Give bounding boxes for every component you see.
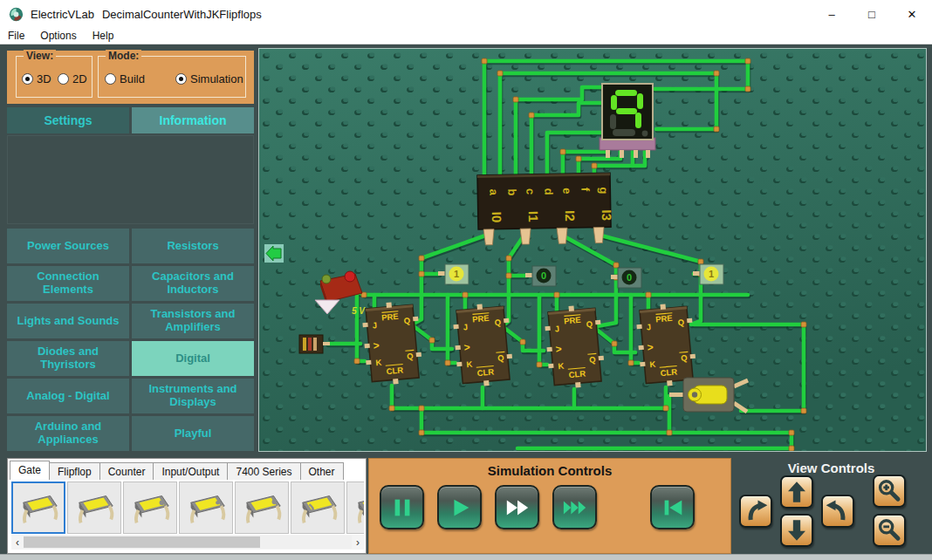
menu-help[interactable]: Help xyxy=(85,30,122,42)
play-button[interactable] xyxy=(437,485,482,529)
scroll-left-arrow[interactable]: ‹ xyxy=(11,536,24,549)
category-connection-elements[interactable]: Connection Elements xyxy=(7,266,129,301)
category-lights-sounds[interactable]: Lights and Sounds xyxy=(7,304,129,338)
rotate-clockwise-button[interactable] xyxy=(739,495,772,528)
options-panel: View: 3D 2D Mode: Build Simulation xyxy=(7,51,254,104)
svg-text:CLR: CLR xyxy=(476,367,495,379)
maximize-button[interactable]: □ xyxy=(852,0,892,28)
category-power-sources[interactable]: Power Sources xyxy=(7,229,129,263)
radio-3d[interactable]: 3D xyxy=(22,72,51,85)
pause-icon xyxy=(389,495,415,521)
component-palette: Gate Flipflop Counter Input/Output 7400 … xyxy=(7,458,367,554)
palette-scrollbar[interactable]: ‹ › xyxy=(11,535,364,550)
title-bar: ElectricVLabDecimalCounterWithJKFlipflop… xyxy=(0,0,932,28)
mode-group: Mode: Build Simulation xyxy=(98,56,246,98)
menu-options[interactable]: Options xyxy=(32,30,84,42)
window-title: ElectricVLabDecimalCounterWithJKFlipflop… xyxy=(31,8,262,21)
move-down-button[interactable] xyxy=(780,514,813,547)
tab-settings[interactable]: Settings xyxy=(7,107,129,133)
svg-text:I1: I1 xyxy=(526,211,541,222)
circuit-3d-viewport[interactable]: a b c d e f g I0 I1 I2 I3 xyxy=(258,48,927,452)
window-bottom-edge xyxy=(0,554,932,560)
palette-tab-flipflop[interactable]: Flipflop xyxy=(49,462,100,480)
view-group: View: 3D 2D xyxy=(16,56,93,98)
palette-tab-other[interactable]: Other xyxy=(300,462,344,480)
gate-chip-icon xyxy=(292,484,343,531)
document-name: DecimalCounterWithJKFlipflops xyxy=(102,8,262,21)
rotate-counterclockwise-button[interactable] xyxy=(821,495,854,528)
radio-simulation-dot xyxy=(175,73,187,85)
svg-text:0: 0 xyxy=(627,272,632,283)
move-up-button[interactable] xyxy=(780,475,813,509)
view-group-label: View: xyxy=(24,50,56,62)
pause-button[interactable] xyxy=(380,485,424,529)
zoom-in-button[interactable] xyxy=(873,475,906,508)
play-icon xyxy=(447,495,473,521)
palette-tab-gate[interactable]: Gate xyxy=(10,461,50,480)
information-content-area xyxy=(7,135,254,224)
zoom-out-button[interactable] xyxy=(873,514,906,547)
palette-tab-input-output[interactable]: Input/Output xyxy=(153,462,228,480)
category-digital[interactable]: Digital xyxy=(132,341,254,376)
svg-text:e: e xyxy=(560,188,573,194)
scroll-right-arrow[interactable]: › xyxy=(352,536,364,549)
radio-3d-label: 3D xyxy=(37,72,51,85)
svg-text:PRE: PRE xyxy=(564,315,581,326)
minimize-button[interactable]: – xyxy=(812,0,852,28)
svg-text:0: 0 xyxy=(541,270,546,281)
category-diodes-thyristors[interactable]: Diodes and Thyristors xyxy=(7,341,129,376)
svg-text:Q: Q xyxy=(497,352,504,363)
gate-thumbnail-5[interactable] xyxy=(235,481,289,534)
category-transistors-amplifiers[interactable]: Transistors and Amplifiers xyxy=(132,304,254,338)
palette-items xyxy=(11,481,364,534)
svg-text:b: b xyxy=(505,188,518,195)
fastest-forward-button[interactable] xyxy=(552,485,597,529)
fast-forward-button[interactable] xyxy=(495,485,539,529)
svg-text:Q: Q xyxy=(589,354,596,365)
rotate-counterclockwise-icon xyxy=(825,498,851,524)
radio-2d[interactable]: 2D xyxy=(58,72,87,85)
svg-text:1: 1 xyxy=(454,269,459,279)
category-analog-digital[interactable]: Analog - Digital xyxy=(7,379,129,413)
restart-button[interactable] xyxy=(650,485,695,529)
restart-icon xyxy=(660,495,686,521)
gate-thumbnail-1[interactable] xyxy=(11,481,65,534)
svg-text:Q: Q xyxy=(403,316,410,326)
close-button[interactable]: ✕ xyxy=(892,0,932,28)
gate-thumbnail-2[interactable] xyxy=(67,481,121,534)
gate-thumbnail-3[interactable] xyxy=(123,481,177,534)
svg-text:Q: Q xyxy=(586,319,593,330)
zoom-in-icon xyxy=(876,478,902,504)
svg-text:1: 1 xyxy=(709,269,714,279)
category-resistors[interactable]: Resistors xyxy=(132,229,254,263)
fastest-forward-icon xyxy=(562,495,588,521)
app-window: ElectricVLabDecimalCounterWithJKFlipflop… xyxy=(0,0,932,560)
gate-chip-icon xyxy=(69,484,120,531)
app-logo-icon xyxy=(9,7,24,22)
palette-tab-7400-series[interactable]: 7400 Series xyxy=(227,462,300,480)
category-instruments-displays[interactable]: Instruments and Displays xyxy=(132,379,254,413)
seven-segment-display[interactable] xyxy=(600,84,655,158)
category-playful[interactable]: Playful xyxy=(132,416,254,451)
panel-collapse-button[interactable] xyxy=(264,244,284,263)
svg-text:>: > xyxy=(463,341,470,354)
circuit-scene: a b c d e f g I0 I1 I2 I3 xyxy=(259,49,926,451)
menu-file[interactable]: File xyxy=(0,30,32,42)
radio-simulation-label: Simulation xyxy=(190,72,243,85)
svg-text:CLR: CLR xyxy=(568,369,586,380)
scrollbar-thumb[interactable] xyxy=(24,536,260,548)
view-controls-panel: View Controls xyxy=(737,458,925,554)
svg-text:K: K xyxy=(466,359,473,370)
gate-thumbnail-6[interactable] xyxy=(291,481,345,534)
gate-thumbnail-4[interactable] xyxy=(179,481,233,534)
radio-simulation[interactable]: Simulation xyxy=(175,72,243,85)
svg-text:K: K xyxy=(558,361,565,372)
category-arduino-appliances[interactable]: Arduino and Appliances xyxy=(7,416,129,451)
tab-information[interactable]: Information xyxy=(132,107,254,133)
gate-thumbnail-7[interactable] xyxy=(346,481,364,534)
radio-build[interactable]: Build xyxy=(105,72,145,85)
svg-text:5 V: 5 V xyxy=(352,306,366,316)
scrollbar-track[interactable] xyxy=(24,536,352,549)
category-capacitors-inductors[interactable]: Capacitors and Inductors xyxy=(132,266,254,301)
palette-tab-counter[interactable]: Counter xyxy=(99,462,154,480)
